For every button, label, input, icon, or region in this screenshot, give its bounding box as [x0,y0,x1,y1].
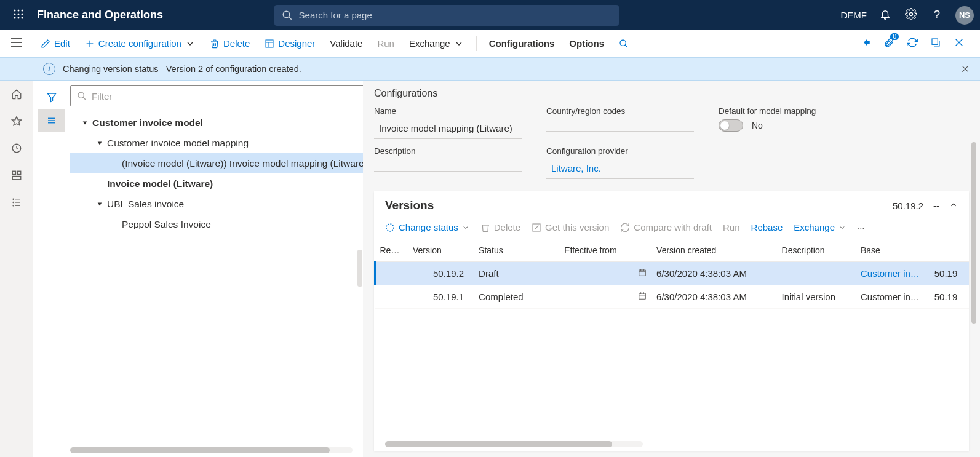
version-row[interactable]: 50.19.2Draft6/30/2020 4:38:03 AMCustomer… [375,262,970,285]
grid-hscrollbar[interactable] [385,441,643,447]
configurations-tab[interactable]: Configurations [482,30,562,57]
app-launcher-icon[interactable] [6,9,31,22]
svg-rect-20 [932,39,938,44]
grid-cell[interactable]: Customer in… [856,285,930,309]
link-icon[interactable] [857,37,874,50]
grid-cell[interactable] [559,285,651,309]
ver-exchange-button[interactable]: Exchange [794,222,846,232]
svg-marker-43 [98,141,102,145]
version-row[interactable]: 50.19.1Completed6/30/2020 4:38:03 AMInit… [375,285,970,309]
tree-item[interactable]: Peppol Sales Invoice [70,214,367,234]
nav-toggle-icon[interactable] [0,38,33,50]
name-value[interactable]: Invoice model mapping (Litware) [374,119,522,139]
rebase-button[interactable]: Rebase [751,222,783,232]
options-tab[interactable]: Options [562,30,612,57]
tree-filter-input[interactable] [92,91,358,101]
tree-item[interactable]: (Invoice model (Litware)) Invoice model … [70,153,367,173]
filter-pane-icon[interactable] [38,85,65,109]
exchange-button[interactable]: Exchange [402,30,471,57]
create-label: Create configuration [98,38,181,49]
description-value[interactable] [374,159,522,172]
provider-value[interactable]: Litware, Inc. [546,159,694,179]
country-value[interactable] [546,119,694,132]
tree-hscrollbar[interactable] [70,447,353,453]
change-status-button[interactable]: Change status [385,222,469,232]
tree-filter[interactable] [70,85,365,106]
column-header[interactable]: Status [474,239,559,262]
user-avatar[interactable]: NS [955,6,974,25]
chevron-down-icon [839,224,846,231]
grid-cell[interactable] [559,262,651,285]
tree-item[interactable]: Invoice model (Litware) [70,173,367,194]
home-icon[interactable] [0,81,33,108]
grid-cell[interactable]: 50.19.2 [408,262,474,285]
versions-grid: Re…VersionStatusEffective fromVersion cr… [374,239,969,441]
pencil-icon [41,39,50,49]
workspace-icon[interactable] [0,162,33,189]
grid-cell[interactable]: Completed [474,285,559,309]
caret-icon[interactable] [80,120,90,126]
collapse-icon[interactable] [949,201,958,211]
column-header[interactable]: Re… [375,239,408,262]
designer-button[interactable]: Designer [257,30,322,57]
grid-cell[interactable] [375,262,408,285]
versions-card: Versions 50.19.2 -- Change status Delete [374,191,969,451]
search-input[interactable] [299,10,612,20]
paperclip-icon[interactable]: 0 [880,37,898,50]
caret-icon[interactable] [95,140,105,146]
ver-exchange-label: Exchange [794,222,835,232]
exchange-label: Exchange [409,38,450,49]
compare-label: Compare with draft [634,222,712,232]
gear-icon[interactable] [904,8,918,22]
refresh-icon[interactable] [904,37,921,50]
grid-cell[interactable]: 50.19 [930,285,969,309]
grid-cell[interactable]: Draft [474,262,559,285]
current-version: 50.19.2 [893,201,923,211]
grid-cell[interactable]: Initial version [777,285,856,309]
modules-icon[interactable] [0,189,33,216]
top-header: Finance and Operations DEMF ? NS [0,0,980,30]
details-vscrollbar[interactable] [971,142,978,445]
column-header[interactable]: Version created [651,239,776,262]
grid-cell[interactable]: 50.19 [930,262,969,285]
calendar-icon[interactable] [638,268,647,279]
close-icon[interactable] [950,38,968,50]
tree-item[interactable]: Customer invoice model mapping [70,133,367,153]
list-view-icon[interactable] [38,109,65,132]
grid-cell[interactable] [375,285,408,309]
tree-item[interactable]: Customer invoice model [70,113,367,133]
grid-cell[interactable]: 6/30/2020 4:38:03 AM [651,285,776,309]
tree-item[interactable]: UBL Sales invoice [70,194,367,214]
cmd-search-button[interactable] [612,30,636,57]
column-header[interactable]: Base [856,239,930,262]
tree-item-label: Customer invoice model mapping [107,138,249,149]
star-icon[interactable] [0,108,33,135]
help-icon[interactable]: ? [930,9,944,22]
validate-label: Validate [330,38,362,49]
global-search[interactable] [274,5,619,26]
command-bar: Edit Create configuration Delete Designe… [0,30,980,57]
edit-button[interactable]: Edit [33,30,78,57]
svg-rect-27 [12,171,15,174]
validate-button[interactable]: Validate [322,30,370,57]
calendar-icon[interactable] [638,292,647,302]
popout-icon[interactable] [927,38,944,50]
run-button: Run [370,30,402,57]
infobar-close-icon[interactable] [959,63,971,75]
default-mapping-toggle[interactable] [719,119,743,132]
column-header[interactable]: Version [408,239,474,262]
grid-cell[interactable]: Customer in… [856,262,930,285]
grid-cell[interactable] [777,262,856,285]
column-header[interactable]: Description [777,239,856,262]
company-code[interactable]: DEMF [841,10,867,20]
recent-icon[interactable] [0,135,33,162]
create-config-button[interactable]: Create configuration [78,30,202,57]
grid-cell[interactable]: 50.19.1 [408,285,474,309]
caret-icon[interactable] [95,201,105,207]
column-header[interactable]: Effective from [559,239,651,262]
grid-cell[interactable]: 6/30/2020 4:38:03 AM [651,262,776,285]
delete-button[interactable]: Delete [202,30,257,57]
bell-icon[interactable] [878,9,893,22]
more-icon[interactable]: ··· [857,222,865,232]
column-header[interactable] [930,239,969,262]
